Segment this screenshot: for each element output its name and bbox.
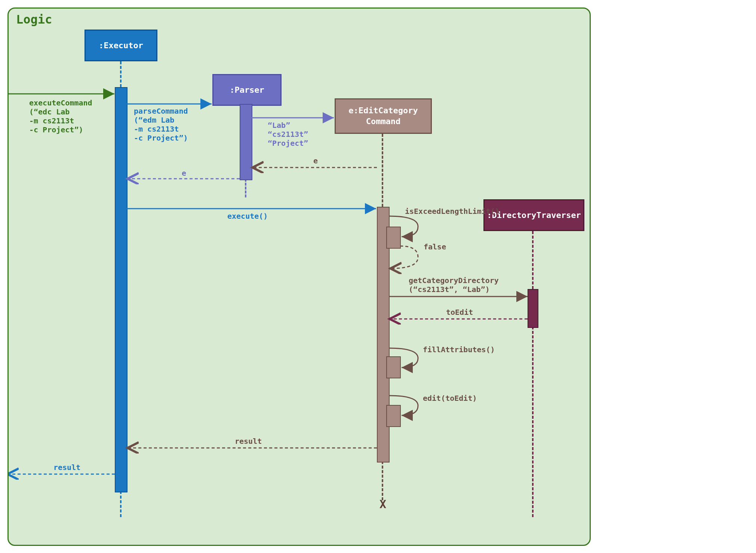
toedit-msg: toEdit xyxy=(446,308,473,317)
return-e2-msg: e xyxy=(182,169,186,178)
getcatdir-msg: getCategoryDirectory (“cs2113t”, “Lab”) xyxy=(409,276,499,294)
execute-msg: execute() xyxy=(227,212,268,221)
logic-frame: Logic :Executor :Parser e:EditCategory C… xyxy=(7,7,591,546)
isexceed-msg: isExceedLengthLimit() xyxy=(405,207,500,216)
create-args-msg: “Lab” “cs2113t” “Project” xyxy=(268,121,308,148)
fillattr-msg: fillAttributes() xyxy=(423,345,495,354)
parsecommand-msg: parseCommand (“edm Lab -m cs2113t -c Pro… xyxy=(134,107,188,142)
return-e1-msg: e xyxy=(313,156,318,165)
executecommand-msg: executeCommand (“edc Lab -m cs2113t -c P… xyxy=(29,98,92,134)
edit-msg: edit(toEdit) xyxy=(423,394,477,403)
arrows-svg xyxy=(9,9,592,547)
false-msg: false xyxy=(424,242,446,251)
result1-msg: result xyxy=(235,437,262,446)
result2-msg: result xyxy=(53,463,80,472)
destroy-x-icon: X xyxy=(379,498,386,511)
